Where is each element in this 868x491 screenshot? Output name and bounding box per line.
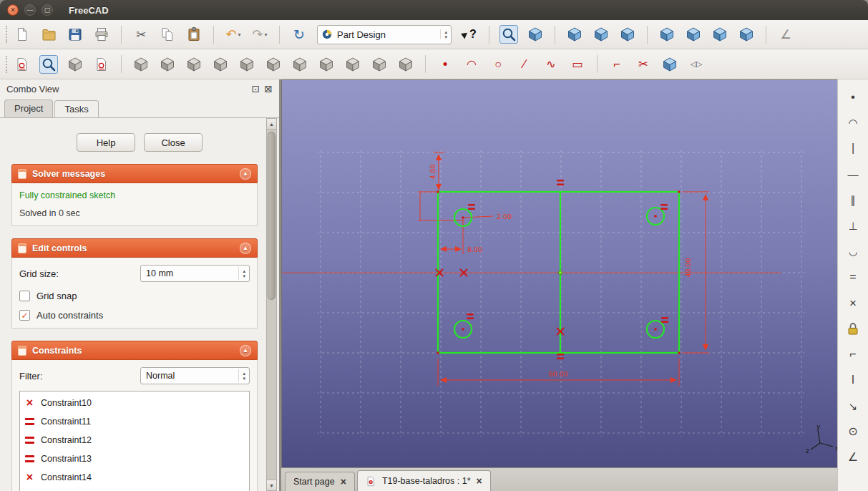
constraints-header[interactable]: Constraints ▲ [11,341,258,360]
draft-icon[interactable] [291,55,309,74]
panel-scrollbar[interactable]: ▲ ▼ [266,118,277,491]
constraint-symmetric-icon[interactable]: × [844,294,862,311]
constraint-parallel-icon[interactable]: ∥ [844,191,862,208]
constraint-distance-icon[interactable]: ↘ [844,397,862,414]
list-item[interactable]: × Constraint14 [20,468,249,487]
sketch-origin-point[interactable] [558,271,562,274]
list-item[interactable]: × Constraint10 [20,394,249,412]
chamfer-icon[interactable] [264,55,283,74]
dropdown-arrow-icon[interactable]: ▾ [238,31,241,38]
whats-this-icon[interactable]: ? [460,25,479,44]
v-offset-dimension-label[interactable]: 4.00 [429,164,437,179]
dropdown-arrow-icon[interactable]: ▾ [265,31,268,38]
draw-style-icon[interactable] [526,25,545,44]
close-tab-icon[interactable]: × [477,476,482,486]
carbon-copy-icon[interactable] [660,55,679,74]
window-close-button[interactable]: ✕ [7,4,19,16]
3d-viewport[interactable]: 60.00 40.00 2.00 8.00 4.00 [281,79,837,467]
external-geometry-icon[interactable]: ⌐ [608,55,626,74]
tab-document-t19[interactable]: T19-base-taladros : 1* × [357,470,491,491]
undo-icon[interactable]: ↶▾ [224,25,243,44]
copy-icon[interactable] [158,25,177,44]
combo-arrows-icon[interactable]: ▴▾ [238,267,248,280]
symmetry-icon[interactable]: ◁▷ [687,55,706,74]
scrollbar-down-icon[interactable]: ▼ [267,480,276,490]
fit-all-icon[interactable] [499,25,518,44]
edit-sketch-icon[interactable] [39,55,58,74]
constraint-perpendicular-icon[interactable]: ⊥ [844,217,862,234]
rectangle-icon[interactable]: ▭ [568,55,587,74]
list-item[interactable]: Constraint15 [20,487,249,491]
constraint-horizontal-distance-icon[interactable]: ⌐ [844,346,862,363]
constraint-vertical-icon[interactable]: | [844,140,862,157]
grid-snap-checkbox[interactable] [19,291,30,301]
polyline-icon[interactable]: ∿ [542,55,560,74]
collapse-section-icon[interactable]: ▲ [240,168,251,180]
refresh-icon[interactable]: ↻ [290,25,308,44]
window-maximize-button[interactable]: ▢ [42,4,53,16]
combo-arrows-icon[interactable]: ▴▾ [238,369,248,382]
bottom-view-icon[interactable] [711,25,729,44]
scaled-icon[interactable] [396,55,415,74]
grid-size-combobox[interactable]: 10 mm ▴▾ [140,265,250,282]
auto-constraints-checkbox[interactable]: ✓ [19,310,30,321]
scrollbar-up-icon[interactable]: ▲ [267,119,276,130]
create-sketch-icon[interactable] [13,55,31,74]
radius-dimension-label[interactable]: 2.00 [497,213,512,220]
toolbar-drag-handle[interactable] [6,26,9,43]
arc-icon[interactable]: ◠ [462,55,481,74]
pocket-icon[interactable] [158,55,177,74]
point-icon[interactable]: • [436,55,454,74]
float-panel-icon[interactable]: ⊡ [252,84,260,94]
redo-icon[interactable]: ↷▾ [250,25,269,44]
tab-project[interactable]: Project [4,99,53,117]
cut-icon[interactable]: ✂ [132,25,150,44]
constraint-tangent-icon[interactable]: ◡ [844,243,862,260]
close-panel-icon[interactable]: ⊠ [264,84,273,94]
scrollbar-thumb[interactable] [268,132,275,300]
polar-pattern-icon[interactable] [370,55,389,74]
constraint-vertical-distance-icon[interactable]: I [844,371,862,389]
constraint-point-on-object-icon[interactable]: ◠ [844,114,862,131]
paste-icon[interactable] [185,25,203,44]
open-file-icon[interactable] [39,25,58,44]
constraint-lock-icon[interactable] [844,320,862,337]
rear-view-icon[interactable] [684,25,703,44]
constraint-coincident-icon[interactable]: • [844,88,862,105]
top-view-icon[interactable] [618,25,637,44]
h-offset-dimension-label[interactable]: 8.00 [467,245,482,253]
left-view-icon[interactable] [737,25,756,44]
constraint-radius-icon[interactable]: ⊙ [844,423,862,440]
window-minimize-button[interactable]: — [24,4,36,16]
help-button[interactable]: Help [77,133,135,152]
pad-icon[interactable] [132,55,150,74]
filter-combobox[interactable]: Normal ▴▾ [140,367,250,384]
edit-controls-header[interactable]: Edit controls ▲ [11,238,258,258]
tab-start-page[interactable]: Start page × [285,472,355,491]
workbench-dropdown-arrows[interactable]: ▴▾ [440,29,447,39]
workbench-selector[interactable]: Part Design ▴▾ [317,25,452,44]
constraint-horizontal-icon[interactable]: ― [844,165,862,183]
fillet-icon[interactable] [238,55,256,74]
trim-edge-icon[interactable]: ✂ [634,55,653,74]
front-view-icon[interactable] [592,25,610,44]
close-tab-icon[interactable]: × [341,477,346,487]
tab-tasks[interactable]: Tasks [54,100,98,118]
map-sketch-icon[interactable] [66,55,84,74]
circle-icon[interactable]: ○ [489,55,507,74]
toolbar-drag-handle[interactable] [6,56,9,73]
line-icon[interactable]: ∕ [515,55,534,74]
axonometric-view-icon[interactable] [565,25,584,44]
width-dimension-label[interactable]: 60.00 [548,370,567,378]
leave-sketch-icon[interactable] [92,55,111,74]
groove-icon[interactable] [211,55,230,74]
revolution-icon[interactable] [185,55,203,74]
linear-pattern-icon[interactable] [343,55,362,74]
close-task-button[interactable]: Close [144,133,203,152]
save-icon[interactable] [66,25,84,44]
print-icon[interactable] [92,25,111,44]
right-view-icon[interactable] [658,25,676,44]
list-item[interactable]: Constraint11 [20,412,249,431]
mirrored-icon[interactable] [317,55,336,74]
list-item[interactable]: Constraint13 [20,449,249,468]
